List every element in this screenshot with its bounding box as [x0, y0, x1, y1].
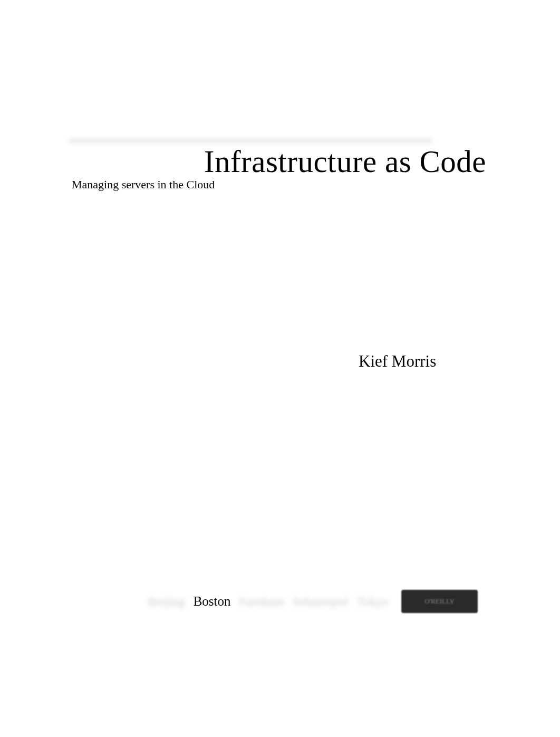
publisher-logo-box: O'REILLY	[401, 590, 478, 613]
book-author: Kief Morris	[359, 352, 436, 371]
city-blurred-1: Beijing	[148, 595, 185, 609]
title-page: Infrastructure as Code Managing servers …	[0, 0, 560, 737]
book-subtitle: Managing servers in the Cloud	[72, 178, 215, 192]
city-blurred-4: Tokyo	[356, 595, 389, 609]
title-rule	[69, 138, 432, 143]
publisher-logo-text: O'REILLY	[424, 597, 455, 606]
city-boston: Boston	[194, 594, 231, 609]
city-blurred-2: Farnham	[239, 595, 284, 609]
book-title: Infrastructure as Code	[204, 143, 486, 180]
publisher-cities: Beijing Boston Farnham Sebastopol Tokyo …	[148, 590, 478, 613]
city-blurred-3: Sebastopol	[293, 595, 348, 609]
